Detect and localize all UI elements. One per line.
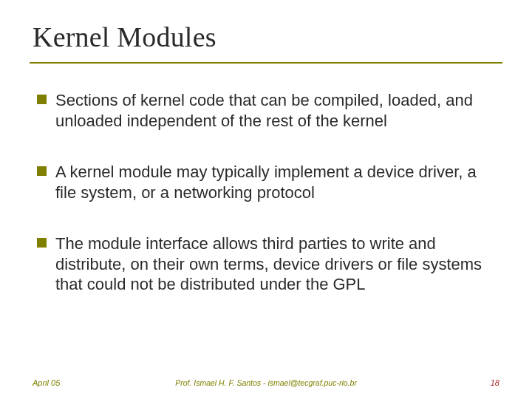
slide: Kernel Modules Sections of kernel code t…	[0, 0, 532, 399]
slide-footer: April 05 Prof. Ismael H. F. Santos - ism…	[0, 378, 532, 387]
bullet-item: A kernel module may typically implement …	[37, 162, 499, 202]
bullet-item: The module interface allows third partie…	[37, 233, 499, 295]
square-bullet-icon	[37, 166, 47, 176]
square-bullet-icon	[37, 238, 47, 248]
bullet-text: Sections of kernel code that can be comp…	[55, 90, 499, 131]
footer-author: Prof. Ismael H. F. Santos - ismael@tecgr…	[175, 378, 357, 387]
bullet-item: Sections of kernel code that can be comp…	[37, 90, 499, 131]
bullet-text: The module interface allows third partie…	[55, 233, 499, 295]
slide-content: Sections of kernel code that can be comp…	[33, 90, 499, 295]
footer-date: April 05	[33, 378, 60, 387]
square-bullet-icon	[37, 95, 47, 104]
bullet-text: A kernel module may typically implement …	[55, 162, 499, 202]
slide-title: Kernel Modules	[33, 21, 499, 53]
title-underline	[30, 62, 502, 64]
footer-page-number: 18	[491, 378, 499, 387]
